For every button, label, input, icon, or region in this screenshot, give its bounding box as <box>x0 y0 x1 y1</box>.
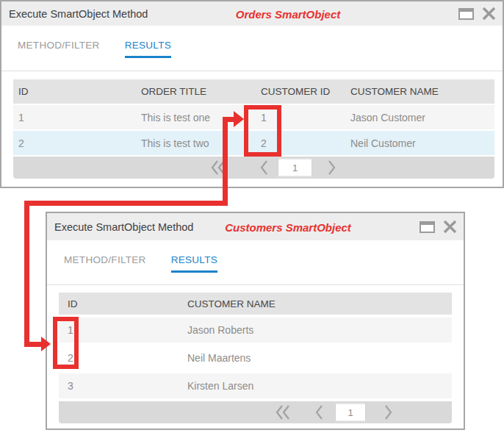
annotation-line-vertical <box>24 201 29 347</box>
customers-dialog-titlebar: Execute SmartObject Method Customers Sma… <box>47 213 464 240</box>
tab-bar: METHOD/FILTER RESULTS <box>1 26 503 71</box>
column-header-customer-name: CUSTOMER NAME <box>187 298 452 309</box>
cell-id: 2 <box>59 352 187 364</box>
cell-id: 1 <box>59 324 187 336</box>
table-row[interactable]: 1 This is test one 1 Jason Customer <box>13 105 494 129</box>
cell-id: 1 <box>13 112 141 123</box>
column-header-order-title: ORDER TITLE <box>141 86 261 97</box>
page-number-box[interactable]: 1 <box>278 159 312 177</box>
pagination-bar: 1 <box>13 157 494 179</box>
orders-dialog-titlebar: Execute SmartObject Method Orders SmartO… <box>1 1 503 26</box>
previous-page-icon[interactable] <box>259 159 269 176</box>
column-header-id: ID <box>59 298 187 309</box>
annotation-line-horizontal <box>24 201 228 206</box>
table-row[interactable]: 2 Neil Maartens <box>59 345 452 370</box>
customers-annotation-label: Customers SmartObject <box>225 220 351 233</box>
pagination-bar: 1 <box>59 401 452 423</box>
cell-customer-id: 2 <box>261 137 350 149</box>
window-buttons <box>458 1 497 26</box>
maximize-icon[interactable] <box>420 221 435 233</box>
cell-customer-name: Jason Customer <box>350 112 494 123</box>
tab-method-filter[interactable]: METHOD/FILTER <box>64 254 146 273</box>
dialog-title: Execute SmartObject Method <box>54 221 193 233</box>
tab-results[interactable]: RESULTS <box>125 40 171 58</box>
next-page-icon[interactable] <box>384 404 393 420</box>
first-page-icon[interactable] <box>210 159 226 176</box>
page-number-box[interactable]: 1 <box>335 404 366 422</box>
maximize-icon[interactable] <box>458 8 474 20</box>
table-row[interactable]: 2 This is test two 2 Neil Customer <box>13 131 494 155</box>
annotation-arrow-segment <box>24 342 43 347</box>
table-row[interactable]: 3 Kirsten Larsen <box>59 373 452 398</box>
column-header-customer-id: CUSTOMER ID <box>261 86 350 97</box>
table-header-row: ID ORDER TITLE CUSTOMER ID CUSTOMER NAME <box>13 79 494 104</box>
column-header-id: ID <box>13 86 141 97</box>
customers-dialog: Execute SmartObject Method Customers Sma… <box>46 212 465 430</box>
cell-order-title: This is test one <box>141 112 261 123</box>
cell-id: 3 <box>59 380 187 392</box>
cell-customer-name: Neil Maartens <box>187 352 452 364</box>
cell-order-title: This is test two <box>141 137 261 149</box>
close-icon[interactable] <box>480 5 497 22</box>
orders-dialog: Execute SmartObject Method Orders SmartO… <box>0 0 504 188</box>
dialog-title: Execute SmartObject Method <box>9 8 148 20</box>
column-header-customer-name: CUSTOMER NAME <box>350 86 494 97</box>
cell-id: 2 <box>13 137 141 149</box>
first-page-icon[interactable] <box>274 404 292 421</box>
table-header-row: ID CUSTOMER NAME <box>59 293 452 315</box>
tab-results[interactable]: RESULTS <box>171 254 217 273</box>
customers-results-table: ID CUSTOMER NAME 1 Jason Roberts 2 Neil … <box>59 293 452 423</box>
cell-customer-name: Jason Roberts <box>187 324 452 336</box>
previous-page-icon[interactable] <box>314 404 324 420</box>
cell-customer-name: Kirsten Larsen <box>187 380 452 392</box>
next-page-icon[interactable] <box>327 159 336 176</box>
tab-method-filter[interactable]: METHOD/FILTER <box>18 40 100 58</box>
orders-results-table: ID ORDER TITLE CUSTOMER ID CUSTOMER NAME… <box>13 79 494 179</box>
table-row[interactable]: 1 Jason Roberts <box>59 318 452 343</box>
tab-bar: METHOD/FILTER RESULTS <box>47 240 464 285</box>
orders-annotation-label: Orders SmartObject <box>236 7 341 20</box>
cell-customer-name: Neil Customer <box>350 137 494 149</box>
close-icon[interactable] <box>442 218 458 235</box>
window-buttons <box>420 213 458 240</box>
cell-customer-id: 1 <box>261 112 350 123</box>
